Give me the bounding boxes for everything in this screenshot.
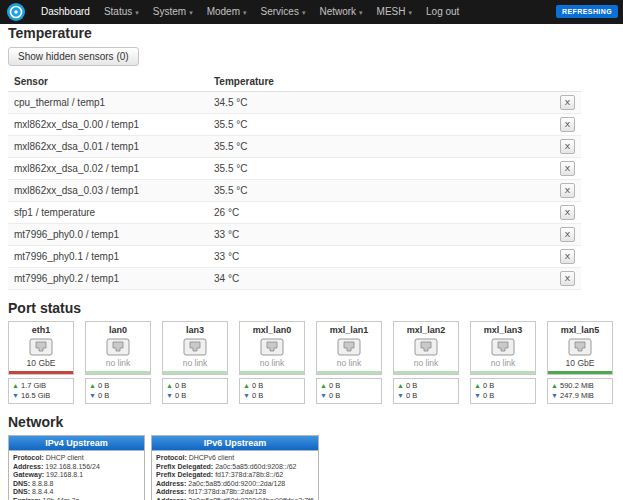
download-icon: ▼ bbox=[243, 392, 250, 399]
remove-sensor-button[interactable]: X bbox=[560, 139, 575, 154]
top-navbar: Dashboard Status▾ System▾ Modem▾ Service… bbox=[0, 0, 623, 24]
nav-network[interactable]: Network▾ bbox=[312, 0, 369, 25]
remove-sensor-button[interactable]: X bbox=[560, 95, 575, 110]
sensor-name: sfp1 / temperature bbox=[8, 202, 208, 224]
sensor-name: mxl862xx_dsa_0.03 / temp1 bbox=[8, 180, 208, 202]
nav-modem[interactable]: Modem▾ bbox=[200, 0, 254, 25]
tx-value: 0 B bbox=[329, 381, 340, 390]
net-line: Gateway: 192.168.8.1 bbox=[13, 471, 140, 480]
rx-value: 0 B bbox=[175, 391, 186, 400]
nav-status[interactable]: Status▾ bbox=[97, 0, 146, 25]
port-link-status: no link bbox=[240, 357, 304, 371]
remove-sensor-button[interactable]: X bbox=[560, 161, 575, 176]
net-value: fd17:378d:a78b::2da/128 bbox=[188, 488, 266, 495]
temperature-section-title: Temperature bbox=[8, 25, 615, 41]
column-header-actions bbox=[554, 72, 581, 92]
table-row: mt7996_phy0.0 / temp1 33 °C X bbox=[8, 224, 581, 246]
net-line: Protocol: DHCP client bbox=[13, 454, 140, 463]
column-header-sensor: Sensor bbox=[8, 72, 208, 92]
ethernet-port-icon bbox=[183, 338, 207, 356]
remove-sensor-button[interactable]: X bbox=[560, 117, 575, 132]
ethernet-port-icon bbox=[260, 338, 284, 356]
tx-value: 0 B bbox=[175, 381, 186, 390]
port-card-mxl_lan1: mxl_lan1 no link ▲ 0 B ▼ 0 B bbox=[316, 321, 382, 404]
nav-mesh[interactable]: MESH▾ bbox=[370, 0, 419, 25]
download-icon: ▼ bbox=[397, 392, 404, 399]
nav-status-label: Status bbox=[104, 6, 132, 17]
port-name: mxl_lan5 bbox=[548, 322, 612, 336]
port-card-mxl_lan0: mxl_lan0 no link ▲ 0 B ▼ 0 B bbox=[239, 321, 305, 404]
net-value: 192.168.8.156/24 bbox=[45, 463, 100, 470]
port-stats: ▲ 0 B ▼ 0 B bbox=[239, 378, 305, 404]
rx-value: 0 B bbox=[406, 391, 417, 400]
port-stats: ▲ 1.7 GiB ▼ 16.5 GiB bbox=[8, 378, 74, 404]
port-link-status: no link bbox=[394, 357, 458, 371]
chevron-down-icon: ▾ bbox=[302, 9, 306, 16]
port-name: mxl_lan0 bbox=[240, 322, 304, 336]
table-row: mxl862xx_dsa_0.00 / temp1 35.5 °C X bbox=[8, 114, 581, 136]
ethernet-port-icon bbox=[568, 338, 592, 356]
net-value: DHCPv6 client bbox=[189, 454, 235, 461]
ethernet-port-icon bbox=[106, 338, 130, 356]
nav-logout[interactable]: Log out bbox=[419, 0, 466, 24]
port-link-status: 10 GbE bbox=[548, 357, 612, 371]
ethernet-port-icon bbox=[337, 338, 361, 356]
tx-value: 1.7 GiB bbox=[21, 381, 46, 390]
net-value: 2a0c:5a85:d60d:9208::/62 bbox=[215, 463, 296, 470]
sensor-name: mt7996_phy0.2 / temp1 bbox=[8, 268, 208, 290]
show-hidden-sensors-button[interactable]: Show hidden sensors (0) bbox=[8, 47, 139, 66]
port-card-lan0: lan0 no link ▲ 0 B ▼ 0 B bbox=[85, 321, 151, 404]
upload-icon: ▲ bbox=[397, 382, 404, 389]
net-label: DNS: bbox=[13, 488, 30, 495]
port-link-status: no link bbox=[86, 357, 150, 371]
nav-modem-label: Modem bbox=[207, 6, 240, 17]
sensor-table: Sensor Temperature cpu_thermal / temp1 3… bbox=[8, 72, 581, 290]
table-row: mt7996_phy0.2 / temp1 34 °C X bbox=[8, 268, 581, 290]
port-card-mxl_lan2: mxl_lan2 no link ▲ 0 B ▼ 0 B bbox=[393, 321, 459, 404]
port-card-mxl_lan5: mxl_lan5 10 GbE ▲ 590.2 MiB ▼ 247.9 MiB bbox=[547, 321, 613, 404]
port-network-line bbox=[9, 371, 73, 374]
tx-value: 0 B bbox=[98, 381, 109, 390]
nav-system[interactable]: System▾ bbox=[146, 0, 200, 25]
table-row: mt7996_phy0.1 / temp1 33 °C X bbox=[8, 246, 581, 268]
refreshing-button[interactable]: REFRESHING bbox=[556, 5, 618, 18]
table-row: mxl862xx_dsa_0.01 / temp1 35.5 °C X bbox=[8, 136, 581, 158]
tx-value: 590.2 MiB bbox=[560, 381, 594, 390]
remove-sensor-button[interactable]: X bbox=[560, 205, 575, 220]
port-network-line bbox=[86, 371, 150, 374]
rx-value: 0 B bbox=[252, 391, 263, 400]
tx-value: 0 B bbox=[252, 381, 263, 390]
remove-sensor-button[interactable]: X bbox=[560, 227, 575, 242]
rx-value: 247.9 MiB bbox=[560, 391, 594, 400]
nav-dashboard[interactable]: Dashboard bbox=[34, 0, 97, 24]
remove-sensor-button[interactable]: X bbox=[560, 249, 575, 264]
nav-network-label: Network bbox=[319, 6, 356, 17]
port-link-status: 10 GbE bbox=[9, 357, 73, 371]
upload-icon: ▲ bbox=[243, 382, 250, 389]
net-line: Prefix Delegated: fd17:378d:a78b:8::/62 bbox=[156, 471, 314, 480]
chevron-down-icon: ▾ bbox=[135, 9, 139, 16]
ipv6-panel-header: IPv6 Upstream bbox=[152, 436, 318, 451]
sensor-name: mt7996_phy0.0 / temp1 bbox=[8, 224, 208, 246]
port-stats: ▲ 0 B ▼ 0 B bbox=[316, 378, 382, 404]
port-name: eth1 bbox=[9, 322, 73, 336]
port-network-line bbox=[471, 371, 535, 374]
sensor-temp: 33 °C bbox=[208, 224, 554, 246]
sensor-temp: 26 °C bbox=[208, 202, 554, 224]
net-value: fd17:378d:a78b:8::/62 bbox=[215, 471, 283, 478]
sensor-temp: 33 °C bbox=[208, 246, 554, 268]
port-name: mxl_lan1 bbox=[317, 322, 381, 336]
download-icon: ▼ bbox=[474, 392, 481, 399]
remove-sensor-button[interactable]: X bbox=[560, 183, 575, 198]
port-link-status: no link bbox=[163, 357, 227, 371]
network-panels: IPv4 Upstream Protocol: DHCP client Addr… bbox=[8, 435, 615, 500]
net-line: DNS: 8.8.4.4 bbox=[13, 488, 140, 497]
sensor-name: cpu_thermal / temp1 bbox=[8, 92, 208, 114]
brand-logo[interactable] bbox=[6, 2, 28, 22]
ipv4-panel-header: IPv4 Upstream bbox=[9, 436, 144, 451]
column-header-temperature: Temperature bbox=[208, 72, 554, 92]
nav-services[interactable]: Services▾ bbox=[254, 0, 313, 25]
sensor-name: mxl862xx_dsa_0.01 / temp1 bbox=[8, 136, 208, 158]
remove-sensor-button[interactable]: X bbox=[560, 271, 575, 286]
net-line: Address: 2a0c:5a85:d60d:9200::2da/128 bbox=[156, 480, 314, 489]
